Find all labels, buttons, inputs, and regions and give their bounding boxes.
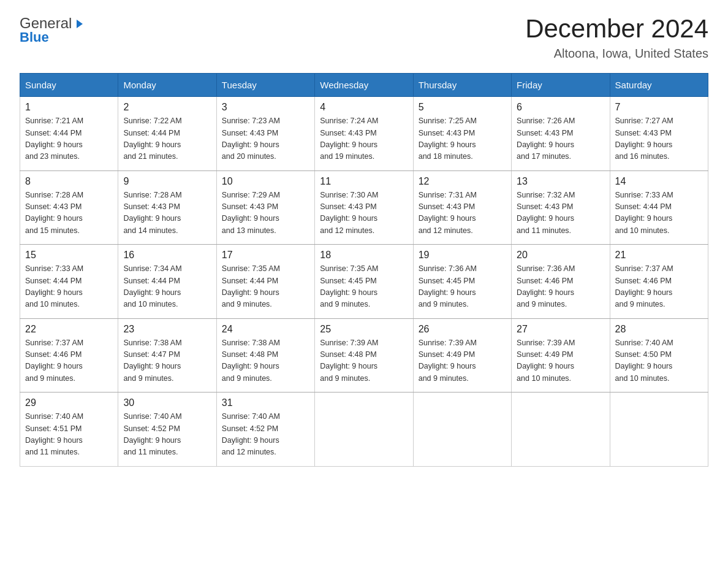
- daylight-detail: and 10 minutes.: [615, 374, 670, 383]
- daylight-label: Daylight: 9 hours: [419, 288, 476, 297]
- day-number: 25: [320, 324, 408, 335]
- daylight-label: Daylight: 9 hours: [615, 362, 673, 370]
- sunrise-label: Sunrise: 7:39 AM: [320, 339, 378, 347]
- daylight-label: Daylight: 9 hours: [615, 214, 673, 223]
- table-row: 12 Sunrise: 7:31 AM Sunset: 4:43 PM Dayl…: [413, 170, 511, 245]
- daylight-label: Daylight: 9 hours: [615, 288, 673, 297]
- header-tuesday: Tuesday: [216, 74, 314, 97]
- day-number: 30: [123, 397, 211, 408]
- header-monday: Monday: [118, 74, 216, 97]
- daylight-label: Daylight: 9 hours: [25, 362, 83, 370]
- sunrise-label: Sunrise: 7:34 AM: [123, 264, 181, 273]
- table-row: 26 Sunrise: 7:39 AM Sunset: 4:49 PM Dayl…: [413, 318, 511, 393]
- daylight-label: Daylight: 9 hours: [123, 362, 181, 370]
- sunrise-label: Sunrise: 7:40 AM: [615, 339, 673, 347]
- day-info: Sunrise: 7:35 AM Sunset: 4:44 PM Dayligh…: [222, 263, 309, 311]
- day-info: Sunrise: 7:39 AM Sunset: 4:48 PM Dayligh…: [320, 337, 408, 385]
- sunset-label: Sunset: 4:43 PM: [517, 129, 573, 137]
- day-info: Sunrise: 7:40 AM Sunset: 4:50 PM Dayligh…: [615, 337, 703, 385]
- svg-marker-0: [77, 20, 83, 28]
- daylight-detail: and 9 minutes.: [419, 300, 469, 308]
- sunset-label: Sunset: 4:43 PM: [419, 202, 475, 211]
- page-title: December 2024: [525, 15, 708, 43]
- daylight-label: Daylight: 9 hours: [25, 288, 83, 297]
- day-number: 6: [517, 102, 604, 113]
- daylight-detail: and 10 minutes.: [123, 300, 178, 308]
- table-row: 11 Sunrise: 7:30 AM Sunset: 4:43 PM Dayl…: [315, 170, 413, 245]
- sunrise-label: Sunrise: 7:39 AM: [419, 339, 477, 347]
- day-number: 5: [419, 102, 506, 113]
- sunset-label: Sunset: 4:52 PM: [222, 424, 278, 433]
- sunset-label: Sunset: 4:49 PM: [517, 350, 573, 359]
- header-wednesday: Wednesday: [315, 74, 413, 97]
- sunset-label: Sunset: 4:43 PM: [517, 202, 573, 211]
- table-row: 30 Sunrise: 7:40 AM Sunset: 4:52 PM Dayl…: [118, 393, 216, 467]
- sunset-label: Sunset: 4:43 PM: [419, 129, 475, 137]
- daylight-detail: and 13 minutes.: [222, 226, 276, 235]
- daylight-label: Daylight: 9 hours: [123, 288, 181, 297]
- sunrise-label: Sunrise: 7:35 AM: [320, 264, 378, 273]
- daylight-label: Daylight: 9 hours: [222, 214, 279, 223]
- daylight-label: Daylight: 9 hours: [419, 214, 476, 223]
- day-number: 21: [615, 250, 703, 261]
- day-info: Sunrise: 7:26 AM Sunset: 4:43 PM Dayligh…: [517, 115, 604, 163]
- daylight-detail: and 11 minutes.: [123, 448, 178, 456]
- day-number: 18: [320, 250, 408, 261]
- daylight-label: Daylight: 9 hours: [222, 140, 279, 149]
- day-number: 20: [517, 250, 604, 261]
- table-row: 25 Sunrise: 7:39 AM Sunset: 4:48 PM Dayl…: [315, 318, 413, 393]
- daylight-detail: and 9 minutes.: [320, 374, 370, 383]
- sunset-label: Sunset: 4:45 PM: [320, 277, 376, 285]
- day-info: Sunrise: 7:37 AM Sunset: 4:46 PM Dayligh…: [25, 337, 113, 385]
- sunset-label: Sunset: 4:43 PM: [615, 129, 672, 137]
- sunset-label: Sunset: 4:48 PM: [320, 350, 376, 359]
- sunset-label: Sunset: 4:51 PM: [25, 424, 82, 433]
- sunset-label: Sunset: 4:43 PM: [320, 129, 376, 137]
- day-number: 29: [25, 397, 113, 408]
- header-thursday: Thursday: [413, 74, 511, 97]
- table-row: 1 Sunrise: 7:21 AM Sunset: 4:44 PM Dayli…: [20, 97, 118, 171]
- sunrise-label: Sunrise: 7:38 AM: [222, 339, 280, 347]
- table-row: 19 Sunrise: 7:36 AM Sunset: 4:45 PM Dayl…: [413, 245, 511, 319]
- table-row: 9 Sunrise: 7:28 AM Sunset: 4:43 PM Dayli…: [118, 170, 216, 245]
- day-number: 2: [123, 102, 211, 113]
- day-info: Sunrise: 7:40 AM Sunset: 4:52 PM Dayligh…: [222, 411, 309, 459]
- day-number: 23: [123, 324, 211, 335]
- day-info: Sunrise: 7:31 AM Sunset: 4:43 PM Dayligh…: [419, 190, 506, 237]
- logo-blue-text: Blue: [20, 29, 85, 45]
- sunrise-label: Sunrise: 7:33 AM: [615, 191, 673, 199]
- sunrise-label: Sunrise: 7:32 AM: [517, 191, 575, 199]
- table-row: 16 Sunrise: 7:34 AM Sunset: 4:44 PM Dayl…: [118, 245, 216, 319]
- sunrise-label: Sunrise: 7:40 AM: [123, 412, 181, 421]
- sunset-label: Sunset: 4:46 PM: [25, 350, 82, 359]
- sunset-label: Sunset: 4:45 PM: [419, 277, 475, 285]
- table-row: 31 Sunrise: 7:40 AM Sunset: 4:52 PM Dayl…: [216, 393, 314, 467]
- sunset-label: Sunset: 4:46 PM: [615, 277, 672, 285]
- day-number: 7: [615, 102, 703, 113]
- sunrise-label: Sunrise: 7:23 AM: [222, 117, 280, 125]
- daylight-label: Daylight: 9 hours: [25, 214, 83, 223]
- daylight-label: Daylight: 9 hours: [222, 362, 279, 370]
- day-info: Sunrise: 7:28 AM Sunset: 4:43 PM Dayligh…: [123, 190, 211, 237]
- sunrise-label: Sunrise: 7:27 AM: [615, 117, 673, 125]
- calendar-header-row: Sunday Monday Tuesday Wednesday Thursday…: [20, 74, 708, 97]
- daylight-detail: and 12 minutes.: [320, 226, 374, 235]
- table-row: 18 Sunrise: 7:35 AM Sunset: 4:45 PM Dayl…: [315, 245, 413, 319]
- daylight-label: Daylight: 9 hours: [320, 140, 377, 149]
- table-row: 8 Sunrise: 7:28 AM Sunset: 4:43 PM Dayli…: [20, 170, 118, 245]
- daylight-label: Daylight: 9 hours: [419, 362, 476, 370]
- table-row: 20 Sunrise: 7:36 AM Sunset: 4:46 PM Dayl…: [512, 245, 610, 319]
- day-number: 24: [222, 324, 309, 335]
- day-number: 12: [419, 176, 506, 187]
- sunrise-label: Sunrise: 7:35 AM: [222, 264, 280, 273]
- sunrise-label: Sunrise: 7:37 AM: [615, 264, 673, 273]
- sunrise-label: Sunrise: 7:40 AM: [25, 412, 83, 421]
- table-row: 27 Sunrise: 7:39 AM Sunset: 4:49 PM Dayl…: [512, 318, 610, 393]
- day-number: 27: [517, 324, 604, 335]
- day-number: 26: [419, 324, 506, 335]
- day-info: Sunrise: 7:30 AM Sunset: 4:43 PM Dayligh…: [320, 190, 408, 237]
- sunset-label: Sunset: 4:44 PM: [615, 202, 672, 211]
- daylight-detail: and 9 minutes.: [222, 300, 272, 308]
- sunset-label: Sunset: 4:47 PM: [123, 350, 180, 359]
- sunrise-label: Sunrise: 7:30 AM: [320, 191, 378, 199]
